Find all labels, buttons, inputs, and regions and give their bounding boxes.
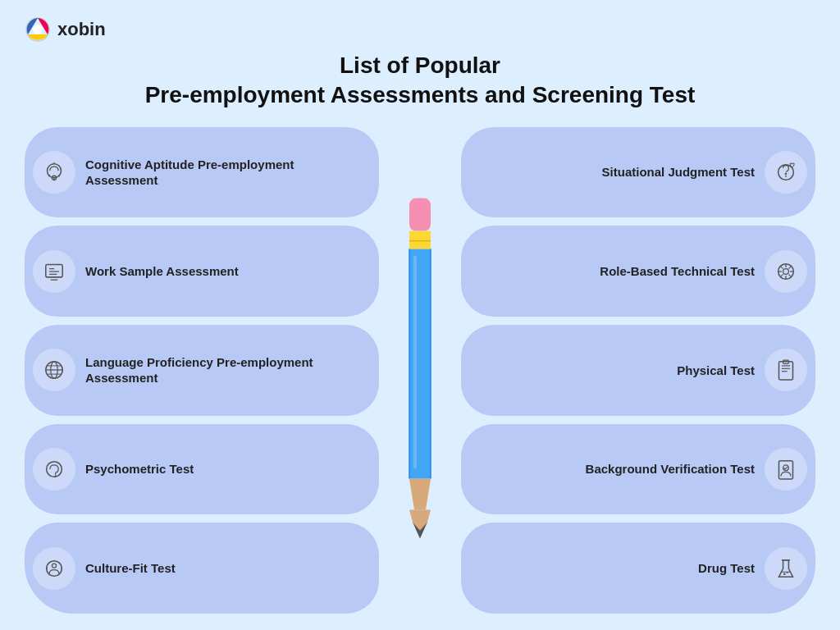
pencil-center — [387, 127, 453, 614]
svg-line-43 — [788, 266, 791, 268]
culture-fit-label: Culture-Fit Test — [85, 560, 176, 577]
svg-point-34 — [785, 173, 788, 176]
svg-rect-24 — [409, 231, 431, 249]
card-language: Language Proficiency Pre-employment Asse… — [25, 325, 379, 416]
svg-point-54 — [783, 573, 786, 575]
svg-point-20 — [54, 475, 57, 477]
background-icon — [765, 448, 807, 491]
svg-line-41 — [781, 266, 783, 268]
logo-text: xobin — [57, 19, 106, 40]
svg-marker-29 — [409, 478, 431, 509]
card-culture-fit: Culture-Fit Test — [25, 523, 379, 614]
right-column: Situational Judgment Test Role-Based Tec… — [453, 127, 815, 614]
psychometric-label: Psychometric Test — [85, 461, 194, 477]
page: xobin List of Popular Pre-employment Ass… — [0, 0, 840, 630]
physical-label: Physical Test — [677, 363, 755, 379]
work-sample-label: Work Sample Assessment — [85, 263, 239, 280]
culture-fit-icon — [33, 547, 75, 590]
role-based-icon — [765, 250, 807, 293]
svg-point-22 — [52, 564, 56, 568]
svg-point-55 — [787, 572, 788, 573]
card-drug: Drug Test — [461, 523, 815, 614]
card-psychometric: Psychometric Test — [25, 424, 379, 515]
page-title: List of Popular Pre-employment Assessmen… — [25, 51, 815, 111]
cognitive-icon — [33, 151, 75, 194]
xobin-logo-icon — [25, 16, 51, 43]
drug-icon — [765, 547, 807, 590]
pencil-svg — [391, 127, 449, 614]
card-work-sample: Work Sample Assessment — [25, 226, 379, 317]
work-sample-icon — [33, 250, 75, 293]
svg-rect-32 — [413, 255, 417, 468]
svg-point-36 — [783, 268, 789, 274]
svg-rect-23 — [409, 198, 431, 231]
svg-marker-30 — [409, 509, 431, 530]
svg-rect-50 — [779, 461, 793, 479]
svg-rect-26 — [409, 249, 431, 478]
svg-rect-8 — [46, 264, 62, 276]
language-label: Language Proficiency Pre-employment Asse… — [85, 354, 364, 386]
svg-rect-45 — [779, 362, 793, 380]
svg-line-44 — [781, 274, 783, 276]
title-section: List of Popular Pre-employment Assessmen… — [25, 51, 815, 111]
situational-label: Situational Judgment Test — [602, 164, 755, 180]
card-background: Background Verification Test — [461, 424, 815, 515]
psychometric-icon — [33, 448, 75, 491]
drug-label: Drug Test — [698, 560, 755, 577]
svg-point-19 — [47, 462, 62, 477]
card-physical: Physical Test — [461, 325, 815, 416]
svg-point-1 — [33, 25, 43, 34]
cognitive-label: Cognitive Aptitude Pre-employment Assess… — [85, 157, 364, 189]
logo: xobin — [25, 16, 106, 43]
physical-icon — [765, 349, 807, 391]
role-based-label: Role-Based Technical Test — [600, 263, 755, 280]
background-label: Background Verification Test — [586, 461, 755, 477]
header: xobin — [25, 16, 815, 43]
svg-line-42 — [788, 274, 791, 276]
card-situational: Situational Judgment Test — [461, 127, 815, 218]
main-content: Cognitive Aptitude Pre-employment Assess… — [25, 127, 815, 614]
language-icon — [33, 349, 75, 391]
card-cognitive: Cognitive Aptitude Pre-employment Assess… — [25, 127, 379, 218]
card-role-based: Role-Based Technical Test — [461, 226, 815, 317]
left-column: Cognitive Aptitude Pre-employment Assess… — [25, 127, 387, 614]
situational-icon — [765, 151, 807, 194]
